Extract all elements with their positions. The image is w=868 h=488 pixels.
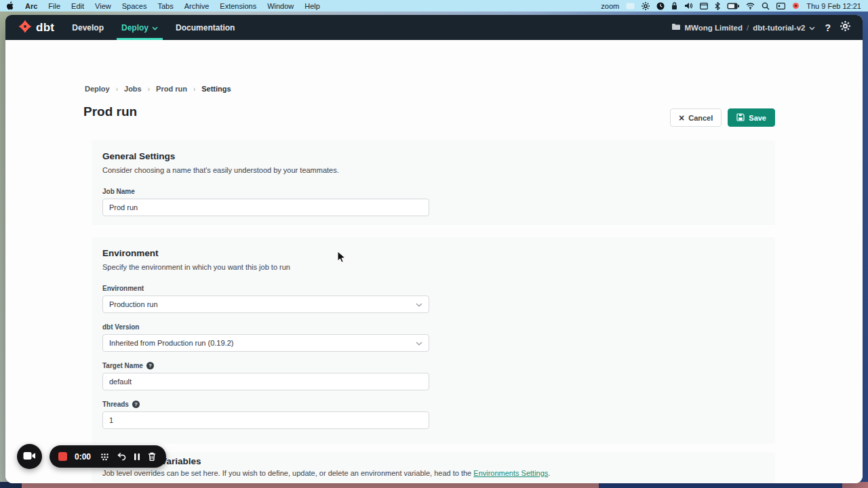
page-title: Prod run <box>83 104 137 119</box>
control-center-icon[interactable] <box>776 3 785 9</box>
target-name-label-text: Target Name <box>102 362 143 369</box>
threads-label-text: Threads <box>102 401 129 408</box>
save-button[interactable]: Save <box>728 108 775 127</box>
save-button-label: Save <box>749 114 766 122</box>
menubar-item-spaces[interactable]: Spaces <box>122 2 147 10</box>
lock-status-icon[interactable] <box>671 2 677 10</box>
target-name-label: Target Name ? <box>102 362 764 369</box>
threads-label: Threads ? <box>102 401 764 408</box>
project-name: dbt-tutorial-v2 <box>753 24 805 32</box>
dbt-version-label: dbt Version <box>102 323 764 331</box>
settings-gear-icon[interactable] <box>840 21 850 34</box>
menubar-item-window[interactable]: Window <box>267 2 294 10</box>
restart-recording-icon[interactable] <box>117 452 126 461</box>
folder-icon <box>671 23 681 32</box>
breadcrumb-separator: › <box>193 85 195 93</box>
zoom-menu-label[interactable]: zoom <box>601 2 619 10</box>
dbt-version-select-value: Inherited from Production run (0.19.2) <box>109 339 233 347</box>
environment-select[interactable]: Production run <box>102 296 429 313</box>
org-name: MWong Limited <box>685 24 743 32</box>
recorder-camera-button[interactable] <box>17 444 42 469</box>
dbt-logo-icon <box>18 19 33 37</box>
environment-variables-description: Job level overrides can be set here. If … <box>102 469 764 477</box>
account-separator: / <box>747 24 749 32</box>
action-buttons: × Cancel Save <box>670 108 775 127</box>
breadcrumb-jobs[interactable]: Jobs <box>124 85 142 93</box>
nav-documentation[interactable]: Documentation <box>176 15 235 40</box>
nav-deploy[interactable]: Deploy <box>121 15 158 40</box>
general-settings-card: General Settings Consider choosing a nam… <box>92 140 775 225</box>
menubar-item-extensions[interactable]: Extensions <box>220 2 256 10</box>
menubar-item-tabs[interactable]: Tabs <box>157 2 173 10</box>
apple-logo-icon[interactable] <box>7 1 14 10</box>
environment-card: Environment Specify the environment in w… <box>92 237 775 444</box>
drag-handle-icon[interactable] <box>100 452 109 461</box>
target-name-help-icon[interactable]: ? <box>146 362 154 369</box>
close-icon: × <box>679 113 684 123</box>
menubar-item-archive[interactable]: Archive <box>184 2 210 10</box>
recording-timer: 0:00 <box>75 452 91 462</box>
breadcrumb: Deploy › Jobs › Prod run › Settings <box>85 85 231 93</box>
screen-share-icon[interactable] <box>626 3 635 9</box>
delete-recording-icon[interactable] <box>148 452 156 461</box>
environment-variables-card: Environment Variables Job level override… <box>92 452 775 483</box>
recording-indicator-icon[interactable] <box>792 2 800 9</box>
menubar-item-view[interactable]: View <box>95 2 111 10</box>
dbt-logo-text: dbt <box>36 21 54 35</box>
target-name-input[interactable] <box>102 373 429 390</box>
cancel-button-label: Cancel <box>688 114 713 122</box>
nav-documentation-label: Documentation <box>176 23 235 33</box>
env-vars-description-suffix: . <box>548 469 550 477</box>
search-icon[interactable] <box>762 2 770 10</box>
main-nav: Develop Deploy Documentation <box>72 15 235 40</box>
stop-recording-button[interactable] <box>58 452 67 461</box>
dbt-app-header: dbt Develop Deploy Documentation MWong L… <box>5 15 863 40</box>
job-name-input[interactable] <box>102 199 429 216</box>
breadcrumb-settings: Settings <box>201 85 231 93</box>
pause-recording-icon[interactable] <box>134 453 140 461</box>
chevron-down-icon <box>416 339 422 347</box>
cancel-button[interactable]: × Cancel <box>670 108 722 127</box>
threads-help-icon[interactable]: ? <box>132 401 140 408</box>
breadcrumb-separator: › <box>148 85 150 93</box>
threads-input[interactable] <box>102 411 429 429</box>
dbt-logo[interactable]: dbt <box>18 19 54 37</box>
video-camera-icon <box>23 451 36 463</box>
recorder-toolbar: 0:00 <box>50 445 166 468</box>
environment-select-value: Production run <box>109 300 158 308</box>
threads-field-group: Threads ? <box>102 401 764 429</box>
menubar-item-edit[interactable]: Edit <box>71 2 84 10</box>
environments-settings-link[interactable]: Environments Settings <box>473 469 548 477</box>
chevron-down-icon <box>152 23 158 33</box>
menubar-item-file[interactable]: File <box>48 2 60 10</box>
breadcrumb-prod-run[interactable]: Prod run <box>156 85 187 93</box>
environment-select-label: Environment <box>102 285 764 292</box>
menubar-clock[interactable]: Thu 9 Feb 12:21 <box>806 2 861 10</box>
job-name-field-group: Job Name <box>102 188 764 216</box>
env-vars-description-prefix: Job level overrides can be set here. If … <box>102 469 473 477</box>
breadcrumb-deploy[interactable]: Deploy <box>85 85 110 93</box>
account-project-selector[interactable]: MWong Limited / dbt-tutorial-v2 <box>671 23 816 32</box>
breadcrumb-separator: › <box>116 85 118 93</box>
chevron-down-icon <box>809 24 815 32</box>
volume-icon[interactable] <box>684 2 693 9</box>
nav-develop-label: Develop <box>72 23 104 33</box>
macos-menubar: Arc File Edit View Spaces Tabs Archive E… <box>0 0 868 12</box>
wifi-icon[interactable] <box>746 3 755 9</box>
bluetooth-icon[interactable] <box>715 2 720 10</box>
help-button[interactable]: ? <box>825 22 831 33</box>
dbt-version-field-group: dbt Version Inherited from Production ru… <box>102 323 764 352</box>
chevron-down-icon <box>416 300 422 308</box>
clock-status-icon[interactable] <box>656 2 665 10</box>
menubar-item-help[interactable]: Help <box>304 2 320 10</box>
dbt-version-select[interactable]: Inherited from Production run (0.19.2) <box>102 334 429 352</box>
nav-develop[interactable]: Develop <box>72 15 104 40</box>
environment-variables-heading: Environment Variables <box>102 456 764 466</box>
battery-icon[interactable] <box>727 3 739 9</box>
target-name-field-group: Target Name ? <box>102 362 764 390</box>
general-settings-heading: General Settings <box>102 151 764 161</box>
window-status-icon[interactable] <box>700 3 708 9</box>
menubar-app-name[interactable]: Arc <box>25 2 37 10</box>
gear-status-icon[interactable] <box>642 2 650 10</box>
nav-deploy-label: Deploy <box>121 23 149 33</box>
